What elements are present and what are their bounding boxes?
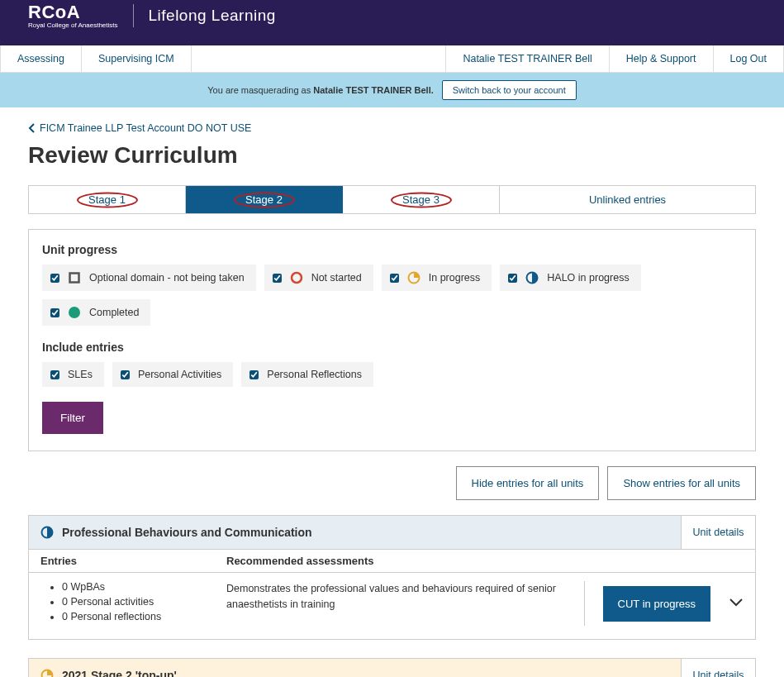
include-sles[interactable]: SLEs (42, 362, 104, 387)
nav-supervising-icm[interactable]: Supervising ICM (82, 45, 192, 72)
unit-entries-list: 0 WpBAs 0 Personal activities 0 Personal… (40, 581, 226, 626)
quarter-circle-icon (407, 271, 421, 284)
list-item: 0 WpBAs (62, 581, 226, 593)
include-reflections-checkbox[interactable] (249, 370, 259, 379)
include-activities-checkbox[interactable] (121, 370, 130, 379)
col-recs-label: Recommended assessments (226, 555, 744, 567)
unit-header: Professional Behaviours and Communicatio… (29, 516, 755, 550)
logo-divider (133, 4, 134, 27)
app-header: RCoA Royal College of Anaesthetists Life… (0, 0, 784, 45)
chevron-down-icon (729, 598, 744, 608)
status-inprogress-checkbox[interactable] (390, 274, 399, 283)
svg-rect-0 (70, 274, 79, 283)
breadcrumb[interactable]: FICM Trainee LLP Test Account DO NOT USE (28, 122, 756, 134)
unit-details-button[interactable]: Unit details (681, 659, 755, 677)
unit-header-main: Professional Behaviours and Communicatio… (29, 516, 681, 550)
status-not-started[interactable]: Not started (264, 265, 373, 291)
unit-professional-behaviours: Professional Behaviours and Communicatio… (28, 515, 756, 640)
square-icon (68, 271, 81, 284)
chevron-left-icon (28, 123, 36, 133)
status-optional[interactable]: Optional domain - not being taken (42, 265, 256, 291)
status-completed[interactable]: Completed (42, 299, 150, 326)
status-halo-checkbox[interactable] (508, 274, 517, 283)
breadcrumb-label: FICM Trainee LLP Test Account DO NOT USE (40, 122, 251, 134)
expand-toggle[interactable] (729, 598, 744, 610)
nav-right: Natalie TEST TRAINER Bell Help & Support… (445, 45, 784, 72)
stage-tabs: Stage 1 Stage 2 Stage 3 Unlinked entries (28, 185, 756, 214)
main-nav: Assessing Supervising ICM Natalie TEST T… (0, 45, 784, 73)
masq-text: You are masquerading as Natalie TEST TRA… (207, 85, 434, 95)
unit-title: 2021 Stage 2 'top-up' (62, 669, 177, 677)
show-entries-button[interactable]: Show entries for all units (607, 466, 756, 500)
nav-assessing[interactable]: Assessing (0, 45, 82, 72)
org-abbrev: RCoA (28, 2, 80, 22)
unit-2021-stage2-topup: 2021 Stage 2 'top-up' Unit details Entri… (28, 658, 756, 677)
quarter-circle-icon (40, 669, 54, 677)
logo-block: RCoA Royal College of Anaesthetists Life… (28, 0, 276, 29)
svg-point-4 (69, 307, 80, 318)
masquerade-bar: You are masquerading as Natalie TEST TRA… (0, 73, 784, 107)
unit-body: 0 WpBAs 0 Personal activities 0 Personal… (29, 573, 755, 639)
half-circle-icon (40, 526, 54, 539)
nav-logout[interactable]: Log Out (714, 45, 784, 72)
status-in-progress[interactable]: In progress (382, 265, 492, 291)
include-personal-activities[interactable]: Personal Activities (112, 362, 233, 387)
status-halo-in-progress[interactable]: HALO in progress (500, 265, 640, 291)
include-sles-checkbox[interactable] (50, 370, 59, 379)
filter-panel: Unit progress Optional domain - not bein… (28, 229, 756, 451)
svg-point-1 (292, 273, 302, 283)
include-filters: SLEs Personal Activities Personal Reflec… (42, 362, 742, 387)
entries-action-row: Hide entries for all units Show entries … (28, 466, 756, 500)
col-entries-label: Entries (40, 555, 226, 567)
nav-user[interactable]: Natalie TEST TRAINER Bell (445, 45, 609, 72)
app-title: Lifelong Learning (149, 7, 276, 25)
filter-button[interactable]: Filter (42, 402, 103, 434)
switch-account-button[interactable]: Switch back to your account (442, 80, 577, 100)
unit-actions: CUT in progress (584, 581, 744, 626)
unit-rec-text: Demonstrates the professional values and… (226, 581, 584, 613)
unit-header: 2021 Stage 2 'top-up' Unit details (29, 659, 755, 677)
unit-details-button[interactable]: Unit details (681, 516, 755, 550)
status-optional-checkbox[interactable] (50, 274, 59, 283)
half-circle-icon (525, 271, 539, 284)
page-title: Review Curriculum (28, 142, 756, 169)
tab-stage-2[interactable]: Stage 2 (186, 186, 343, 213)
tab-stage-3[interactable]: Stage 3 (343, 186, 500, 213)
status-filters: Optional domain - not being taken Not st… (42, 265, 742, 326)
org-full: Royal College of Anaesthetists (28, 21, 118, 29)
filled-circle-icon (68, 306, 81, 319)
unit-columns-header: Entries Recommended assessments (29, 550, 755, 573)
unit-progress-label: Unit progress (42, 243, 742, 256)
status-notstarted-checkbox[interactable] (273, 274, 282, 283)
list-item: 0 Personal reflections (62, 611, 226, 622)
include-entries-label: Include entries (42, 341, 742, 354)
hide-entries-button[interactable]: Hide entries for all units (456, 466, 600, 500)
unit-header-main: 2021 Stage 2 'top-up' (29, 659, 681, 677)
cut-in-progress-button[interactable]: CUT in progress (603, 586, 710, 622)
list-item: 0 Personal activities (62, 596, 226, 608)
nav-left: Assessing Supervising ICM (0, 45, 192, 72)
include-personal-reflections[interactable]: Personal Reflections (241, 362, 373, 387)
circle-outline-icon (290, 271, 303, 284)
org-logo: RCoA Royal College of Anaesthetists (28, 2, 118, 29)
status-completed-checkbox[interactable] (50, 308, 59, 317)
tab-stage-1[interactable]: Stage 1 (29, 186, 186, 213)
unit-title: Professional Behaviours and Communicatio… (62, 526, 312, 539)
tab-unlinked-entries[interactable]: Unlinked entries (500, 186, 755, 213)
nav-help[interactable]: Help & Support (610, 45, 714, 72)
